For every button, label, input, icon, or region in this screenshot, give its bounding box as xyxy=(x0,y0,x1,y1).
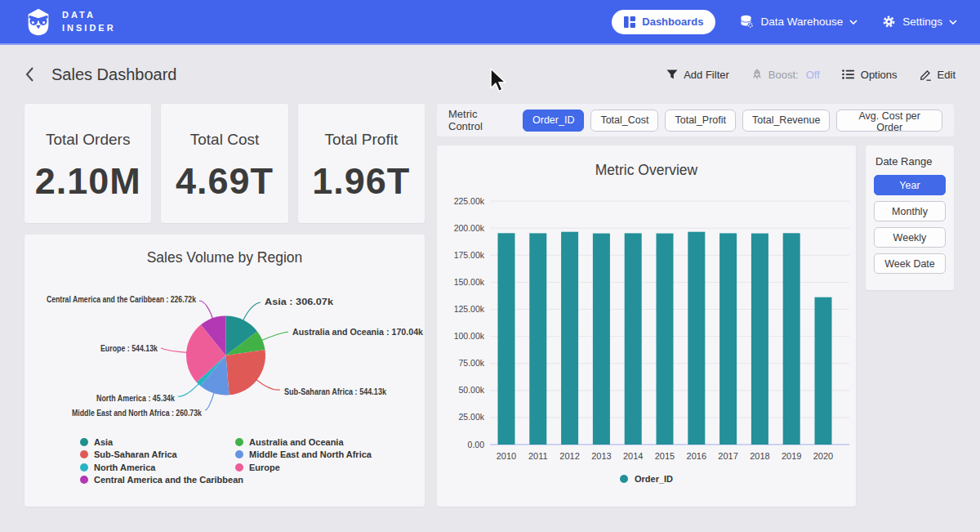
nav-menu: Dashboards Data Warehouse xyxy=(612,10,957,34)
pie-callout-line xyxy=(199,301,213,319)
date-range-panel: Date Range Year Monthly Weekly Week Date xyxy=(866,145,954,290)
kpi-label: Total Orders xyxy=(46,131,130,149)
pie-callout-line xyxy=(261,332,288,341)
dashboard-grid-icon xyxy=(624,16,635,28)
metric-chip-total-revenue[interactable]: Total_Revenue xyxy=(742,110,830,132)
bar xyxy=(625,233,642,445)
x-axis-tick-label: 2015 xyxy=(655,451,675,461)
add-filter-button[interactable]: Add Filter xyxy=(666,69,729,81)
y-axis-tick-label: 50.00k xyxy=(458,385,484,395)
legend-dot xyxy=(80,450,88,458)
owl-logo-icon xyxy=(23,7,54,38)
legend-dot xyxy=(80,463,88,472)
pie-callout-label: Europe : 544.13k xyxy=(100,344,158,353)
legend-item: North America xyxy=(80,461,243,474)
legend-dot xyxy=(80,438,88,446)
metric-chip-total-profit[interactable]: Total_Profit xyxy=(665,110,736,132)
boost-label: Boost: xyxy=(768,69,799,81)
bar-chart-legend: Order_ID xyxy=(437,474,856,484)
boost-toggle[interactable]: Boost: Off xyxy=(751,69,820,81)
kpi-label: Total Cost xyxy=(190,131,259,149)
metric-chip-avg-cost-per-order[interactable]: Avg. Cost per Order xyxy=(836,110,942,132)
y-axis-tick-label: 25.00k xyxy=(458,412,484,422)
legend-dot xyxy=(235,463,243,472)
pie-callout-label: Sub-Saharan Africa : 544.13k xyxy=(284,387,386,396)
bar xyxy=(719,233,737,445)
pie-slice xyxy=(226,350,266,395)
back-button[interactable] xyxy=(24,66,35,83)
kpi-value: 1.96T xyxy=(312,160,410,203)
brand-name: DATA INSIDER xyxy=(62,9,116,34)
x-axis-tick-label: 2020 xyxy=(813,451,833,461)
legend-item: Middle East and North Africa xyxy=(235,449,372,462)
metric-chip-total-cost[interactable]: Total_Cost xyxy=(590,110,658,132)
x-axis-tick-label: 2010 xyxy=(497,451,516,461)
legend-label: Australia and Oceania xyxy=(249,437,344,447)
pie-chart-legend: AsiaSub-Saharan AfricaNorth AmericaCentr… xyxy=(24,436,425,493)
nav-item-data-warehouse[interactable]: Data Warehouse xyxy=(740,15,858,29)
legend-label: Central America and the Caribbean xyxy=(94,475,243,485)
legend-dot xyxy=(235,450,243,458)
edit-button[interactable]: Edit xyxy=(920,69,956,81)
brand-logo[interactable]: DATA INSIDER xyxy=(23,7,116,38)
y-axis-tick-label: 225.00k xyxy=(454,196,485,206)
date-range-label: Date Range xyxy=(875,155,946,168)
metric-overview-card: Metric Overview 0.0025.00k50.00k75.00k10… xyxy=(437,145,856,507)
legend-item: Central America and the Caribbean xyxy=(80,474,243,487)
metric-control-bar: Metric Control Order_ID Total_Cost Total… xyxy=(437,104,954,136)
kpi-card-total-profit: Total Profit 1.96T xyxy=(298,104,425,223)
options-label: Options xyxy=(861,69,898,81)
nav-item-dashboards[interactable]: Dashboards xyxy=(612,10,715,34)
filter-funnel-icon xyxy=(666,69,678,80)
legend-item: Europe xyxy=(235,461,372,474)
pie-callout-label: Asia : 306.07k xyxy=(265,297,334,306)
date-range-monthly-button[interactable]: Monthly xyxy=(874,201,946,221)
x-axis-tick-label: 2019 xyxy=(782,451,801,461)
x-axis-tick-label: 2018 xyxy=(750,451,769,461)
x-axis-tick-label: 2012 xyxy=(559,451,579,461)
bar-chart-svg: 0.0025.00k50.00k75.00k100.00k125.00k150.… xyxy=(437,186,856,464)
kpi-row: Total Orders 2.10M Total Cost 4.69T Tota… xyxy=(24,104,425,223)
add-filter-label: Add Filter xyxy=(684,69,729,81)
chevron-down-icon xyxy=(849,20,858,25)
y-axis-tick-label: 150.00k xyxy=(454,277,485,287)
legend-dot xyxy=(80,476,88,484)
pie-callout-label: Middle East and North Africa : 260.73k xyxy=(72,409,202,418)
pie-callout-label: North America : 45.34k xyxy=(96,394,175,403)
pie-callout-label: Central America and the Caribbean : 226.… xyxy=(47,295,196,304)
legend-label: Europe xyxy=(249,463,280,472)
pencil-edit-icon xyxy=(920,69,932,81)
pie-chart-title: Sales Volume by Region xyxy=(24,249,425,266)
date-range-week-date-button[interactable]: Week Date xyxy=(874,253,946,274)
nav-item-settings[interactable]: Settings xyxy=(882,15,957,29)
legend-label: North America xyxy=(94,463,155,472)
metric-control-label: Metric Control xyxy=(448,108,511,132)
legend-label: Order_ID xyxy=(635,474,673,484)
edit-label: Edit xyxy=(938,69,956,81)
y-axis-tick-label: 75.00k xyxy=(458,358,484,368)
legend-item: Australia and Oceania xyxy=(235,436,372,449)
brand-line1: DATA xyxy=(62,9,116,21)
y-axis-tick-label: 0.00 xyxy=(468,440,485,449)
bar xyxy=(561,232,578,445)
pie-callout-line xyxy=(243,302,261,320)
metric-chip-order-id[interactable]: Order_ID xyxy=(523,110,584,132)
date-range-weekly-button[interactable]: Weekly xyxy=(874,227,946,248)
x-axis-tick-label: 2017 xyxy=(718,451,737,461)
options-button[interactable]: Options xyxy=(842,69,898,81)
rocket-icon xyxy=(751,69,763,80)
sales-dashboard-page: DATA INSIDER Dashboards xyxy=(0,0,980,532)
bar xyxy=(815,297,832,445)
y-axis-tick-label: 175.00k xyxy=(454,250,485,260)
bar xyxy=(593,234,610,445)
kpi-card-total-orders: Total Orders 2.10M xyxy=(24,104,151,223)
bar xyxy=(529,233,546,445)
nav-item-label: Settings xyxy=(902,16,942,28)
date-range-year-button[interactable]: Year xyxy=(874,175,946,195)
pie-callout-line xyxy=(161,348,187,352)
y-axis-tick-label: 200.00k xyxy=(454,223,485,233)
kpi-value: 4.69T xyxy=(176,160,274,203)
pie-callout-line xyxy=(205,392,214,410)
bar xyxy=(751,234,768,445)
legend-item: Sub-Saharan Africa xyxy=(80,449,243,462)
